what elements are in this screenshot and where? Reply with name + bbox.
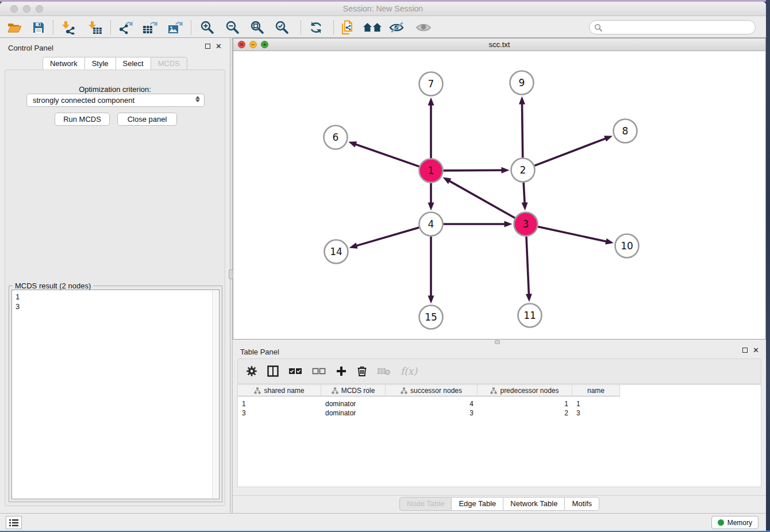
search-input[interactable] [589, 20, 756, 34]
optimization-criterion-select[interactable]: strongly connected component [26, 94, 205, 107]
table-cell[interactable]: 3 [238, 408, 321, 418]
edge-arrowhead [428, 203, 434, 211]
run-mcds-button[interactable]: Run MCDS [55, 113, 110, 126]
table-cell[interactable]: 1 [572, 399, 620, 409]
table-cell[interactable]: 3 [572, 408, 620, 418]
mcds-result-textarea[interactable]: 13 [11, 290, 220, 499]
toolbar-separator [301, 21, 301, 34]
control-panel: Control Panel ✕ NetworkStyleSelectMCDS O… [0, 38, 230, 513]
edge-2-8[interactable] [534, 138, 607, 165]
edge-1-2[interactable] [443, 170, 503, 171]
open-session-icon[interactable] [5, 20, 24, 36]
column-header-predecessor-nodes[interactable]: predecessor nodes [478, 385, 572, 396]
save-session-icon[interactable] [29, 20, 48, 36]
column-header-successor-nodes[interactable]: successor nodes [386, 385, 478, 396]
hide-selected-icon[interactable] [388, 20, 407, 36]
close-panel-button[interactable]: Close panel [117, 113, 177, 126]
tab-edge-table[interactable]: Edge Table [452, 497, 503, 511]
edge-3-10[interactable] [538, 227, 607, 242]
control-panel-title: Control Panel [8, 44, 53, 52]
close-panel-icon[interactable]: ✕ [753, 348, 759, 353]
refresh-icon[interactable] [306, 20, 326, 36]
column-label: MCDS role [341, 387, 375, 395]
export-table-icon[interactable] [140, 20, 160, 36]
memory-label: Memory [727, 519, 752, 527]
tab-network[interactable]: Network [43, 57, 85, 71]
delete-icon[interactable] [357, 363, 367, 379]
selected-option: strongly connected component [33, 96, 134, 105]
network-canvas[interactable]: 7968124314101511 [233, 51, 765, 339]
console-button[interactable] [6, 516, 22, 529]
edge-3-11[interactable] [526, 236, 529, 295]
tab-mcds[interactable]: MCDS [151, 57, 187, 71]
import-table-icon[interactable] [85, 20, 105, 36]
edge-2-3[interactable] [523, 182, 525, 204]
show-all-icon[interactable] [414, 20, 433, 36]
search-icon [594, 24, 602, 32]
screen: Session: New Session [0, 0, 770, 532]
export-image-icon[interactable] [165, 20, 185, 36]
memory-button[interactable]: Memory [711, 516, 759, 529]
column-view-icon[interactable] [267, 363, 279, 379]
hierarchy-icon [401, 387, 407, 394]
first-neighbors-icon[interactable] [363, 20, 382, 36]
tab-network-table[interactable]: Network Table [503, 497, 565, 511]
node-table[interactable]: shared nameMCDS rolesuccessor nodesprede… [237, 384, 761, 487]
table-cell[interactable]: 2 [478, 408, 572, 418]
edge-arrowhead [605, 238, 614, 245]
select-all-columns-icon[interactable] [288, 363, 302, 379]
export-network-icon[interactable] [116, 20, 135, 36]
table-cell[interactable]: 4 [386, 399, 478, 409]
gear-icon[interactable] [246, 363, 257, 379]
control-panel-tabs: NetworkStyleSelectMCDS [0, 57, 230, 71]
float-panel-icon[interactable] [742, 348, 748, 353]
zoom-fit-icon[interactable] [248, 20, 267, 36]
float-panel-icon[interactable] [205, 44, 210, 49]
import-network-icon[interactable] [59, 20, 78, 36]
edge-arrowhead [349, 242, 358, 249]
result-scrollbar[interactable] [212, 291, 218, 498]
tab-select[interactable]: Select [116, 57, 151, 71]
edge-1-6[interactable] [355, 144, 419, 167]
zoom-in-icon[interactable] [198, 20, 217, 36]
zoom-out-icon[interactable] [223, 20, 242, 36]
edge-arrowhead [348, 141, 357, 147]
delete-table-icon [377, 363, 391, 379]
column-header-MCDS-role[interactable]: MCDS role [321, 385, 386, 396]
node-label-11: 11 [523, 310, 536, 321]
close-panel-icon[interactable]: ✕ [215, 44, 222, 49]
tab-style[interactable]: Style [85, 57, 116, 71]
add-icon[interactable] [336, 363, 347, 379]
edge-4-14[interactable] [355, 228, 419, 246]
mcds-tab-content: Optimization criterion: strongly connect… [5, 70, 225, 506]
new-network-from-selection-icon[interactable] [338, 20, 357, 36]
column-label: name [587, 387, 605, 395]
column-label: successor nodes [410, 387, 462, 395]
zoom-selected-icon[interactable] [272, 20, 292, 36]
splitter-grip[interactable] [495, 340, 500, 344]
edge-arrowhead [442, 178, 451, 184]
tab-node-table[interactable]: Node Table [399, 497, 452, 511]
mcds-result-group: MCDS result (2 nodes) 13 [9, 286, 222, 502]
edge-2-9[interactable] [522, 102, 522, 157]
divider [233, 495, 766, 496]
network-window-titlebar: ✕ − + scc.txt [233, 38, 765, 51]
table-cell[interactable]: dominator [321, 399, 386, 409]
toolbar-separator [53, 21, 53, 34]
edge-arrowhead [522, 202, 528, 210]
table-cell[interactable]: 3 [386, 408, 478, 418]
table-toolbar: f(x) [237, 358, 761, 384]
edge-3-1[interactable] [448, 180, 515, 218]
column-header-shared-name[interactable]: shared name [238, 385, 321, 396]
function-builder-icon: f(x) [401, 363, 417, 379]
table-cell[interactable]: 1 [238, 399, 321, 409]
unselect-all-columns-icon[interactable] [312, 363, 326, 379]
column-header-name[interactable]: name [572, 385, 620, 396]
edge-arrowhead [604, 136, 613, 141]
table-cell[interactable]: 1 [478, 399, 572, 409]
horizontal-splitter[interactable] [233, 340, 766, 345]
node-label-6: 6 [333, 132, 339, 143]
table-cell[interactable]: dominator [321, 408, 386, 418]
tab-motifs[interactable]: Motifs [565, 497, 599, 511]
edge-arrowhead [428, 98, 434, 106]
